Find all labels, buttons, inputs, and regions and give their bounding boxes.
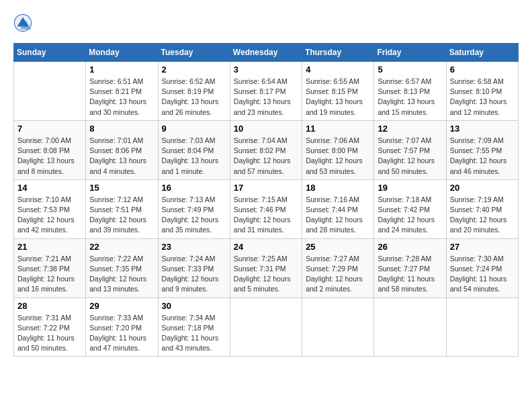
day-detail: Sunrise: 6:51 AM Sunset: 8:21 PM Dayligh…	[89, 77, 154, 118]
calendar-cell: 6Sunrise: 6:58 AM Sunset: 8:10 PM Daylig…	[446, 62, 518, 121]
col-header-saturday: Saturday	[446, 44, 518, 62]
page-header	[13, 13, 519, 32]
calendar-cell: 21Sunrise: 7:21 AM Sunset: 7:38 PM Dayli…	[14, 238, 86, 298]
calendar-cell: 14Sunrise: 7:10 AM Sunset: 7:53 PM Dayli…	[14, 179, 86, 238]
day-detail: Sunrise: 7:09 AM Sunset: 7:55 PM Dayligh…	[450, 136, 515, 177]
calendar-cell: 28Sunrise: 7:31 AM Sunset: 7:22 PM Dayli…	[14, 298, 86, 357]
calendar-cell: 20Sunrise: 7:19 AM Sunset: 7:40 PM Dayli…	[446, 179, 518, 238]
calendar-cell: 19Sunrise: 7:18 AM Sunset: 7:42 PM Dayli…	[374, 179, 446, 238]
day-detail: Sunrise: 7:13 AM Sunset: 7:49 PM Dayligh…	[162, 195, 226, 236]
day-number: 22	[89, 242, 154, 252]
day-number: 5	[378, 64, 442, 75]
calendar-cell: 2Sunrise: 6:52 AM Sunset: 8:19 PM Daylig…	[158, 62, 230, 121]
col-header-monday: Monday	[86, 44, 158, 62]
day-detail: Sunrise: 7:15 AM Sunset: 7:46 PM Dayligh…	[234, 195, 298, 236]
day-number: 28	[17, 301, 82, 311]
day-detail: Sunrise: 6:54 AM Sunset: 8:17 PM Dayligh…	[234, 77, 298, 118]
day-detail: Sunrise: 7:12 AM Sunset: 7:51 PM Dayligh…	[89, 195, 154, 236]
calendar-cell: 13Sunrise: 7:09 AM Sunset: 7:55 PM Dayli…	[446, 120, 518, 179]
day-number: 25	[306, 242, 370, 252]
calendar-cell: 15Sunrise: 7:12 AM Sunset: 7:51 PM Dayli…	[86, 179, 158, 238]
calendar-cell	[446, 298, 518, 357]
calendar-cell: 17Sunrise: 7:15 AM Sunset: 7:46 PM Dayli…	[230, 179, 302, 238]
day-number: 27	[450, 242, 515, 252]
day-detail: Sunrise: 7:28 AM Sunset: 7:27 PM Dayligh…	[378, 254, 442, 295]
day-detail: Sunrise: 7:07 AM Sunset: 7:57 PM Dayligh…	[378, 136, 442, 177]
day-number: 7	[17, 124, 82, 134]
day-detail: Sunrise: 7:10 AM Sunset: 7:53 PM Dayligh…	[17, 195, 82, 236]
logo	[13, 13, 35, 32]
calendar-cell: 5Sunrise: 6:57 AM Sunset: 8:13 PM Daylig…	[374, 62, 446, 121]
day-detail: Sunrise: 7:25 AM Sunset: 7:31 PM Dayligh…	[234, 254, 298, 295]
day-detail: Sunrise: 7:04 AM Sunset: 8:02 PM Dayligh…	[234, 136, 298, 177]
day-number: 12	[378, 124, 442, 134]
calendar-cell	[14, 62, 86, 121]
day-number: 8	[89, 124, 154, 134]
day-detail: Sunrise: 7:18 AM Sunset: 7:42 PM Dayligh…	[378, 195, 442, 236]
day-detail: Sunrise: 6:58 AM Sunset: 8:10 PM Dayligh…	[450, 77, 515, 118]
day-number: 11	[306, 124, 370, 134]
day-number: 24	[234, 242, 298, 252]
day-detail: Sunrise: 6:52 AM Sunset: 8:19 PM Dayligh…	[162, 77, 226, 118]
day-detail: Sunrise: 7:31 AM Sunset: 7:22 PM Dayligh…	[17, 313, 82, 354]
calendar-cell: 9Sunrise: 7:03 AM Sunset: 8:04 PM Daylig…	[158, 120, 230, 179]
day-number: 19	[378, 183, 442, 193]
calendar-cell: 26Sunrise: 7:28 AM Sunset: 7:27 PM Dayli…	[374, 238, 446, 298]
day-number: 10	[234, 124, 298, 134]
week-row-1: 1Sunrise: 6:51 AM Sunset: 8:21 PM Daylig…	[14, 62, 519, 121]
day-detail: Sunrise: 7:30 AM Sunset: 7:24 PM Dayligh…	[450, 254, 515, 295]
day-number: 21	[17, 242, 82, 252]
day-number: 17	[234, 183, 298, 193]
day-number: 9	[162, 124, 226, 134]
logo-icon	[13, 13, 32, 32]
day-detail: Sunrise: 7:00 AM Sunset: 8:08 PM Dayligh…	[17, 136, 82, 177]
day-number: 6	[450, 64, 515, 75]
day-detail: Sunrise: 6:57 AM Sunset: 8:13 PM Dayligh…	[378, 77, 442, 118]
day-detail: Sunrise: 7:06 AM Sunset: 8:00 PM Dayligh…	[306, 136, 370, 177]
day-detail: Sunrise: 7:03 AM Sunset: 8:04 PM Dayligh…	[162, 136, 226, 177]
col-header-sunday: Sunday	[14, 44, 86, 62]
calendar-cell: 3Sunrise: 6:54 AM Sunset: 8:17 PM Daylig…	[230, 62, 302, 121]
day-number: 20	[450, 183, 515, 193]
col-header-thursday: Thursday	[302, 44, 374, 62]
calendar-cell: 27Sunrise: 7:30 AM Sunset: 7:24 PM Dayli…	[446, 238, 518, 298]
day-detail: Sunrise: 7:27 AM Sunset: 7:29 PM Dayligh…	[306, 254, 370, 295]
day-detail: Sunrise: 7:21 AM Sunset: 7:38 PM Dayligh…	[17, 254, 82, 295]
calendar-cell	[374, 298, 446, 357]
day-number: 2	[162, 64, 226, 75]
calendar-cell: 24Sunrise: 7:25 AM Sunset: 7:31 PM Dayli…	[230, 238, 302, 298]
col-header-tuesday: Tuesday	[158, 44, 230, 62]
day-number: 1	[89, 64, 154, 75]
day-number: 18	[306, 183, 370, 193]
day-number: 14	[17, 183, 82, 193]
calendar-cell: 7Sunrise: 7:00 AM Sunset: 8:08 PM Daylig…	[14, 120, 86, 179]
week-row-2: 7Sunrise: 7:00 AM Sunset: 8:08 PM Daylig…	[14, 120, 519, 179]
day-number: 23	[162, 242, 226, 252]
day-number: 15	[89, 183, 154, 193]
day-detail: Sunrise: 7:19 AM Sunset: 7:40 PM Dayligh…	[450, 195, 515, 236]
week-row-4: 21Sunrise: 7:21 AM Sunset: 7:38 PM Dayli…	[14, 238, 519, 298]
day-detail: Sunrise: 7:01 AM Sunset: 8:06 PM Dayligh…	[89, 136, 154, 177]
day-number: 26	[378, 242, 442, 252]
calendar-cell: 22Sunrise: 7:22 AM Sunset: 7:35 PM Dayli…	[86, 238, 158, 298]
calendar-cell	[230, 298, 302, 357]
calendar-cell: 25Sunrise: 7:27 AM Sunset: 7:29 PM Dayli…	[302, 238, 374, 298]
calendar-cell: 4Sunrise: 6:55 AM Sunset: 8:15 PM Daylig…	[302, 62, 374, 121]
week-row-3: 14Sunrise: 7:10 AM Sunset: 7:53 PM Dayli…	[14, 179, 519, 238]
calendar-cell: 10Sunrise: 7:04 AM Sunset: 8:02 PM Dayli…	[230, 120, 302, 179]
day-detail: Sunrise: 7:33 AM Sunset: 7:20 PM Dayligh…	[89, 313, 154, 354]
day-number: 3	[234, 64, 298, 75]
calendar-cell: 30Sunrise: 7:34 AM Sunset: 7:18 PM Dayli…	[158, 298, 230, 357]
week-row-5: 28Sunrise: 7:31 AM Sunset: 7:22 PM Dayli…	[14, 298, 519, 357]
day-number: 13	[450, 124, 515, 134]
day-detail: Sunrise: 7:34 AM Sunset: 7:18 PM Dayligh…	[162, 313, 226, 354]
calendar-cell: 1Sunrise: 6:51 AM Sunset: 8:21 PM Daylig…	[86, 62, 158, 121]
day-number: 4	[306, 64, 370, 75]
col-header-friday: Friday	[374, 44, 446, 62]
calendar-table: SundayMondayTuesdayWednesdayThursdayFrid…	[13, 43, 519, 357]
calendar-cell: 23Sunrise: 7:24 AM Sunset: 7:33 PM Dayli…	[158, 238, 230, 298]
day-number: 29	[89, 301, 154, 311]
day-number: 30	[162, 301, 226, 311]
calendar-cell	[302, 298, 374, 357]
calendar-cell: 29Sunrise: 7:33 AM Sunset: 7:20 PM Dayli…	[86, 298, 158, 357]
